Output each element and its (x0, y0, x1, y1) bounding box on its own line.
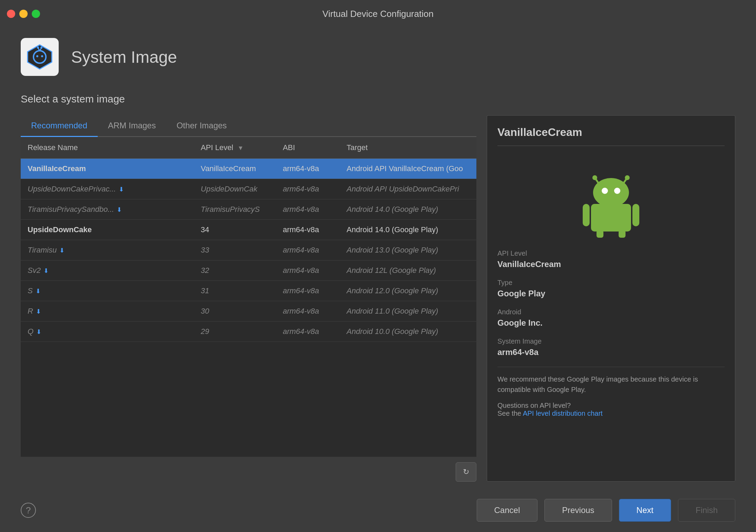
recommend-text: We recommend these Google Play images be… (497, 367, 725, 395)
download-icon[interactable]: ⬇ (117, 206, 122, 214)
svg-point-7 (40, 47, 42, 49)
svg-point-11 (625, 175, 630, 180)
cell-release-name: S⬇ (21, 281, 194, 301)
table-row[interactable]: S⬇31arm64-v8aAndroid 12.0 (Google Play) (21, 281, 476, 301)
download-icon[interactable]: ⬇ (119, 186, 124, 193)
window-title: Virtual Device Configuration (322, 9, 434, 19)
tab-arm-images[interactable]: ARM Images (98, 115, 166, 137)
api-level-row: API Level VanillaIceCream (497, 249, 725, 269)
detail-info: API Level VanillaIceCream Type Google Pl… (497, 249, 725, 471)
type-value: Google Play (497, 289, 725, 298)
api-level-label: API Level (497, 249, 725, 257)
download-icon[interactable]: ⬇ (36, 308, 41, 315)
col-target[interactable]: Target (340, 137, 476, 159)
svg-rect-17 (632, 204, 639, 226)
cell-release-name: Q⬇ (21, 322, 194, 342)
next-button[interactable]: Next (619, 499, 671, 522)
android-row: Android Google Inc. (497, 308, 725, 328)
col-abi[interactable]: ABI (276, 137, 340, 159)
tab-recommended[interactable]: Recommended (21, 115, 98, 137)
download-icon[interactable]: ⬇ (36, 287, 41, 295)
download-icon[interactable]: ⬇ (59, 247, 65, 254)
previous-button[interactable]: Previous (544, 499, 612, 522)
table-row[interactable]: TiramisuPrivacySandbo...⬇TiramisuPrivacy… (21, 199, 476, 220)
system-image-row: System Image arm64-v8a (497, 337, 725, 357)
titlebar: Virtual Device Configuration (0, 0, 756, 28)
system-image-value: arm64-v8a (497, 347, 725, 357)
cell-abi: arm64-v8a (276, 260, 340, 281)
cell-target: Android 12.0 (Google Play) (340, 281, 476, 301)
android-robot-icon (576, 163, 646, 239)
table-row[interactable]: UpsideDownCakePrivac...⬇UpsideDownCakarm… (21, 179, 476, 199)
cell-api-level: 34 (194, 220, 276, 240)
svg-rect-15 (591, 204, 631, 231)
cell-abi: arm64-v8a (276, 159, 340, 179)
cell-target: Android 10.0 (Google Play) (340, 322, 476, 342)
cell-abi: arm64-v8a (276, 281, 340, 301)
page-title: System Image (71, 48, 177, 67)
cancel-button[interactable]: Cancel (477, 499, 538, 522)
svg-point-14 (614, 188, 620, 194)
cell-api-level: UpsideDownCak (194, 179, 276, 199)
svg-point-2 (36, 55, 38, 57)
android-value: Google Inc. (497, 318, 725, 328)
cell-api-level: 32 (194, 260, 276, 281)
svg-rect-16 (583, 204, 590, 226)
cell-release-name: Tiramisu⬇ (21, 240, 194, 260)
maximize-button[interactable] (32, 10, 40, 18)
cell-release-name: UpsideDownCake (21, 220, 194, 240)
cell-abi: arm64-v8a (276, 240, 340, 260)
table-row[interactable]: VanillaIceCreamVanillaIceCreamarm64-v8aA… (21, 159, 476, 179)
cell-target: Android 14.0 (Google Play) (340, 220, 476, 240)
table-row[interactable]: Q⬇29arm64-v8aAndroid 10.0 (Google Play) (21, 322, 476, 342)
close-button[interactable] (7, 10, 15, 18)
left-panel: Recommended ARM Images Other Images Rele… (21, 115, 476, 482)
detail-panel: VanillaIceCream (487, 115, 735, 482)
tab-other-images[interactable]: Other Images (166, 115, 237, 137)
sort-icon: ▼ (238, 145, 244, 152)
cell-release-name: Sv2⬇ (21, 260, 194, 281)
table-row[interactable]: R⬇30arm64-v8aAndroid 11.0 (Google Play) (21, 301, 476, 322)
table-row[interactable]: UpsideDownCake34arm64-v8aAndroid 14.0 (G… (21, 220, 476, 240)
type-label: Type (497, 279, 725, 287)
android-preview (497, 163, 725, 239)
refresh-row: ↻ (21, 457, 476, 482)
cell-release-name: R⬇ (21, 301, 194, 322)
download-icon[interactable]: ⬇ (43, 267, 49, 275)
cell-release-name: TiramisuPrivacySandbo...⬇ (21, 199, 194, 220)
cell-abi: arm64-v8a (276, 322, 340, 342)
cell-target: Android API UpsideDownCakePri (340, 179, 476, 199)
col-release-name[interactable]: Release Name (21, 137, 194, 159)
android-label: Android (497, 308, 725, 316)
cell-abi: arm64-v8a (276, 199, 340, 220)
help-button[interactable]: ? (21, 503, 36, 518)
cell-target: Android 11.0 (Google Play) (340, 301, 476, 322)
api-level-value: VanillaIceCream (497, 259, 725, 269)
section-title: Select a system image (21, 93, 735, 105)
download-icon[interactable]: ⬇ (36, 328, 41, 336)
bottom-bar: ? Cancel Previous Next Finish (21, 489, 735, 522)
main-content: System Image Select a system image Recom… (0, 28, 756, 532)
api-question: Questions on API level? See the API leve… (497, 402, 725, 417)
refresh-button[interactable]: ↻ (456, 462, 476, 482)
table-row[interactable]: Sv2⬇32arm64-v8aAndroid 12L (Google Play) (21, 260, 476, 281)
table-row[interactable]: Tiramisu⬇33arm64-v8aAndroid 13.0 (Google… (21, 240, 476, 260)
svg-marker-0 (28, 45, 52, 69)
cell-api-level: 33 (194, 240, 276, 260)
bottom-buttons: Cancel Previous Next Finish (477, 499, 735, 522)
cell-release-name: UpsideDownCakePrivac...⬇ (21, 179, 194, 199)
minimize-button[interactable] (19, 10, 28, 18)
finish-button: Finish (678, 499, 735, 522)
type-row: Type Google Play (497, 279, 725, 298)
api-link[interactable]: API level distribution chart (523, 410, 602, 417)
cell-api-level: 31 (194, 281, 276, 301)
header: System Image (21, 38, 735, 76)
cell-api-level: 30 (194, 301, 276, 322)
col-api-level[interactable]: API Level ▼ (194, 137, 276, 159)
svg-rect-19 (619, 230, 626, 238)
app-icon (21, 38, 59, 76)
traffic-lights (7, 10, 40, 18)
cell-target: Android 14.0 (Google Play) (340, 199, 476, 220)
cell-api-level: TiramisuPrivacyS (194, 199, 276, 220)
cell-api-level: 29 (194, 322, 276, 342)
